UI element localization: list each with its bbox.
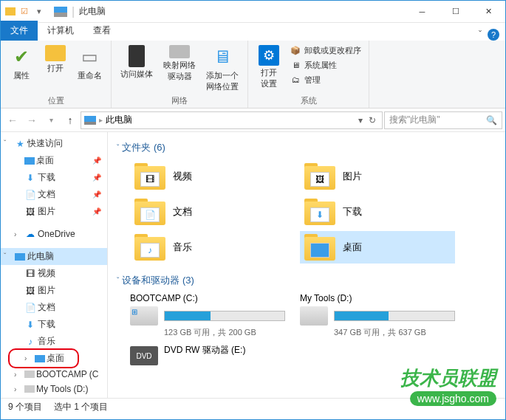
- folder-music[interactable]: ♪音乐: [130, 231, 285, 264]
- drive-d[interactable]: My Tools (D:) 347 GB 可用，共 637 GB: [300, 293, 455, 338]
- sidebar-quick-access[interactable]: ˇ ★ 快速访问: [1, 135, 107, 152]
- minimize-button[interactable]: ─: [406, 1, 439, 22]
- sidebar-documents[interactable]: 📄文档: [1, 299, 107, 316]
- folders-grid: 🎞视频 🖼图片 📄文档 ⬇下载 ♪音乐 桌面: [117, 157, 496, 271]
- tab-view[interactable]: 查看: [83, 21, 120, 41]
- pin-icon: 📌: [92, 207, 104, 216]
- pin-icon: 📌: [92, 190, 104, 199]
- status-bar: 9 个项目 选中 1 个项目: [1, 398, 505, 416]
- pin-icon: 📌: [92, 156, 104, 165]
- box-icon: 📦: [290, 44, 301, 56]
- close-button[interactable]: ✕: [472, 1, 505, 22]
- sidebar-qa-desktop[interactable]: 桌面📌: [1, 152, 107, 169]
- add-network-location-button[interactable]: 🖥 添加一个 网络位置: [203, 44, 242, 94]
- picture-icon: 🖼: [24, 206, 36, 218]
- sidebar-music[interactable]: ♪音乐: [1, 333, 107, 350]
- sidebar-pictures[interactable]: 🖼图片: [1, 282, 107, 299]
- open-settings-button[interactable]: ⚙ 打开 设置: [254, 44, 284, 91]
- download-icon: ⬇: [310, 207, 329, 222]
- ribbon-collapse-icon[interactable]: ˇ: [479, 30, 482, 40]
- sidebar-downloads[interactable]: ⬇下载: [1, 316, 107, 333]
- chevron-down-icon[interactable]: ˇ: [4, 252, 13, 261]
- rename-button[interactable]: ▭ 重命名: [75, 44, 105, 83]
- tab-file[interactable]: 文件: [1, 21, 38, 41]
- chevron-down-icon: ˇ: [117, 277, 119, 285]
- navigation-bar: ← → ▾ ↑ ▸ 此电脑 ▾ ↻ 搜索"此电脑" 🔍: [1, 109, 505, 132]
- document-icon: 📄: [24, 302, 36, 314]
- sidebar-qa-downloads[interactable]: ⬇下载📌: [1, 169, 107, 186]
- download-icon: ⬇: [24, 319, 36, 331]
- folder-icon[interactable]: [5, 7, 16, 16]
- ribbon-group-network: 访问媒体 映射网络 驱动器 🖥 添加一个 网络位置 网络: [112, 41, 248, 108]
- qat-dropdown-icon[interactable]: ▾: [33, 6, 45, 18]
- chevron-right-icon[interactable]: ›: [14, 371, 23, 379]
- download-icon: ⬇: [24, 172, 36, 184]
- help-icon[interactable]: ?: [488, 29, 499, 41]
- document-icon: 📄: [24, 189, 36, 201]
- search-icon: 🔍: [486, 115, 497, 125]
- system-properties-button[interactable]: 🖥 系统属性: [288, 58, 363, 72]
- folder-desktop[interactable]: 桌面: [300, 231, 455, 264]
- folder-documents[interactable]: 📄文档: [130, 196, 285, 228]
- refresh-icon[interactable]: ↻: [366, 115, 379, 125]
- sidebar-desktop[interactable]: ›桌面: [1, 350, 107, 367]
- sidebar-qa-documents[interactable]: 📄文档📌: [1, 186, 107, 203]
- chevron-down-icon: ˇ: [117, 144, 119, 152]
- recent-dropdown-icon[interactable]: ▾: [42, 111, 60, 129]
- maximize-button[interactable]: ☐: [439, 1, 472, 22]
- group-label-network: 网络: [117, 94, 242, 106]
- ribbon-group-location: ✔ 属性 打开 ▭ 重命名 位置: [1, 41, 112, 108]
- window-controls: ─ ☐ ✕: [406, 1, 505, 22]
- titlebar: ☑ ▾ | 此电脑 ─ ☐ ✕: [1, 1, 505, 23]
- monitor-icon: 🖥: [211, 45, 234, 69]
- drives-section-header[interactable]: ˇ 设备和驱动器 (3): [117, 271, 496, 290]
- open-button[interactable]: 打开: [41, 44, 70, 75]
- chevron-right-icon[interactable]: ›: [24, 354, 33, 362]
- navigation-tree: ˇ ★ 快速访问 桌面📌 ⬇下载📌 📄文档📌 🖼图片📌 ›☁OneDrive ˇ…: [1, 132, 108, 398]
- sidebar-drive-c[interactable]: ›BOOTCAMP (C: [1, 367, 107, 382]
- document-icon: 📄: [140, 207, 160, 222]
- folders-section-header[interactable]: ˇ 文件夹 (6): [117, 138, 496, 157]
- manage-icon: 🗂: [290, 74, 301, 86]
- breadcrumb[interactable]: 此电脑: [106, 114, 132, 126]
- chevron-right-icon[interactable]: ›: [14, 230, 23, 238]
- sidebar-qa-pictures[interactable]: 🖼图片📌: [1, 203, 107, 220]
- drive-dvd[interactable]: DVD RW 驱动器 (E:) DVD: [130, 344, 285, 365]
- folder-downloads[interactable]: ⬇下载: [300, 196, 455, 228]
- manage-button[interactable]: 🗂 管理: [288, 73, 363, 86]
- map-drive-button[interactable]: 映射网络 驱动器: [160, 44, 199, 83]
- folder-open-icon: [45, 45, 66, 61]
- breadcrumb-separator: ▸: [99, 116, 103, 124]
- access-media-button[interactable]: 访问媒体: [117, 44, 156, 81]
- desktop-icon: [35, 355, 45, 362]
- properties-icon[interactable]: ☑: [18, 6, 30, 18]
- sidebar-videos[interactable]: 🎞视频: [1, 265, 107, 282]
- ribbon-tabs: 文件 计算机 查看 ˇ ?: [1, 23, 505, 41]
- this-pc-icon: [84, 116, 96, 125]
- picture-icon: 🖼: [310, 172, 329, 187]
- address-bar[interactable]: ▸ 此电脑 ▾ ↻: [81, 111, 383, 129]
- address-dropdown-icon[interactable]: ▾: [355, 115, 366, 125]
- folder-videos[interactable]: 🎞视频: [130, 160, 285, 193]
- back-button[interactable]: ←: [4, 111, 21, 129]
- chevron-down-icon[interactable]: ˇ: [4, 140, 13, 148]
- media-server-icon: [129, 45, 145, 67]
- item-count: 9 个项目: [8, 401, 42, 413]
- dvd-icon: DVD: [130, 346, 158, 365]
- sidebar-drive-d[interactable]: ›My Tools (D:): [1, 382, 107, 396]
- forward-button[interactable]: →: [23, 111, 41, 129]
- tab-computer[interactable]: 计算机: [38, 21, 83, 41]
- sidebar-onedrive[interactable]: ›☁OneDrive: [1, 226, 107, 242]
- drive-c[interactable]: BOOTCAMP (C:) ⊞ 123 GB 可用，共 200 GB: [130, 293, 285, 338]
- folder-pictures[interactable]: 🖼图片: [300, 160, 455, 193]
- sidebar-this-pc[interactable]: ˇ此电脑: [1, 248, 107, 265]
- group-label-location: 位置: [7, 94, 105, 106]
- video-icon: 🎞: [24, 268, 36, 280]
- properties-button[interactable]: ✔ 属性: [7, 44, 36, 83]
- chevron-right-icon[interactable]: ›: [14, 385, 23, 393]
- uninstall-programs-button[interactable]: 📦 卸载或更改程序: [288, 44, 363, 57]
- this-pc-icon: [14, 251, 26, 263]
- search-input[interactable]: 搜索"此电脑" 🔍: [384, 111, 502, 129]
- drive-icon: [300, 306, 328, 326]
- up-button[interactable]: ↑: [61, 111, 79, 129]
